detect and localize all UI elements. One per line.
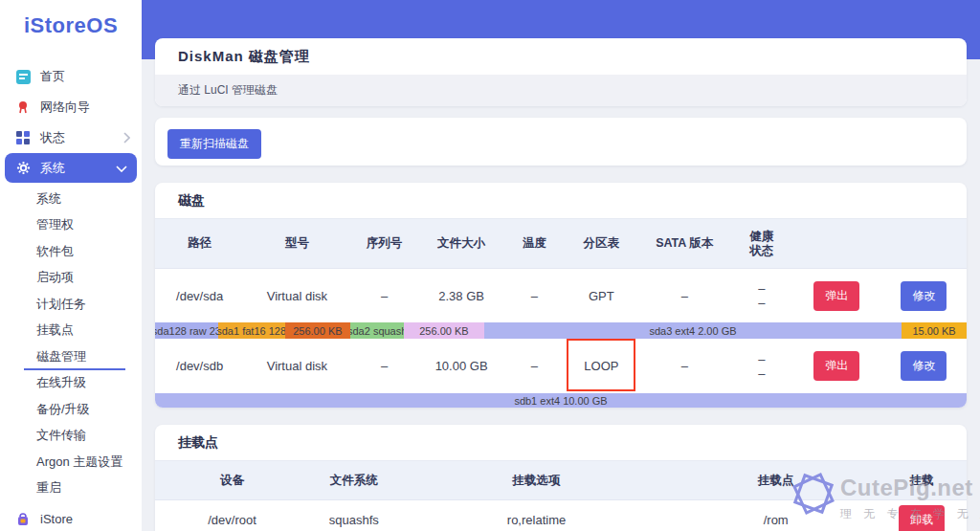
mount-options: ro,relatime — [398, 513, 674, 527]
col-partition-table: 分区表 — [565, 235, 637, 252]
col-model: 型号 — [244, 235, 349, 252]
partition-segment: sda1 fat16 128 — [218, 322, 285, 339]
sidebar-item-label: 系统 — [40, 160, 65, 177]
col-filesystem: 文件系统 — [309, 473, 398, 489]
page-header-card: DiskMan 磁盘管理 通过 LuCI 管理磁盘 — [155, 38, 967, 106]
chevron-right-icon — [122, 132, 130, 144]
submenu-item-mount-points[interactable]: 挂载点 — [0, 318, 142, 344]
disk-path: /dev/sdb — [155, 359, 244, 373]
col-health: 健康 状态 — [731, 230, 792, 258]
status-grid-icon — [15, 130, 31, 145]
col-temp: 温度 — [504, 235, 566, 252]
eject-button[interactable]: 弹出 — [813, 351, 859, 381]
submenu-item-scheduled-tasks[interactable]: 计划任务 — [0, 291, 142, 318]
disks-table-header: 路径 型号 序列号 文件大小 温度 分区表 SATA 版本 健康 状态 — [155, 218, 967, 269]
content: DiskMan 磁盘管理 通过 LuCI 管理磁盘 重新扫描磁盘 磁盘 路径 型… — [142, 38, 980, 531]
sidebar-item-status[interactable]: 状态 — [0, 122, 142, 153]
home-icon — [15, 69, 31, 84]
sidebar-item-label: 状态 — [40, 129, 65, 146]
submenu-item-admin[interactable]: 管理权 — [0, 212, 142, 239]
mount-point: /rom — [675, 513, 878, 527]
app-window: iStoreOS 首页 网络向导 状态 — [0, 0, 980, 531]
submenu-item-reboot[interactable]: 重启 — [0, 476, 142, 502]
disk-modify-cell: 修改 — [881, 351, 967, 381]
unmount-button[interactable]: 卸载 — [899, 505, 945, 531]
mounts-section-title: 挂载点 — [155, 425, 967, 460]
disk-sata: – — [638, 289, 732, 303]
mounts-table-header: 设备 文件系统 挂载选项 挂载点 挂载 — [155, 460, 967, 500]
modify-button[interactable]: 修改 — [901, 281, 947, 311]
disk-partition-table: LOOP — [565, 359, 637, 373]
partition-segment: 15.00 KB — [902, 322, 967, 339]
col-device: 设备 — [155, 473, 309, 489]
sidebar-item-system[interactable]: 系统 — [5, 153, 137, 183]
mount-action-cell: 卸载 — [878, 505, 967, 531]
submenu-item-startup[interactable]: 启动项 — [0, 265, 142, 292]
partition-segment: sda3 ext4 2.00 GB — [484, 322, 902, 339]
col-mount-action: 挂载 — [878, 473, 967, 489]
col-path: 路径 — [155, 235, 244, 252]
partition-segment: sda2 squash — [350, 322, 404, 339]
mount-device: /dev/root — [155, 513, 309, 527]
sidebar-item-istore[interactable]: iStore — [0, 503, 142, 531]
submenu-item-backup-upgrade[interactable]: 备份/升级 — [0, 396, 142, 423]
submenu-item-file-transfer[interactable]: 文件传输 — [0, 423, 142, 450]
submenu-item-online-upgrade[interactable]: 在线升级 — [0, 370, 142, 397]
rescan-card: 重新扫描磁盘 — [155, 118, 967, 166]
disk-health: – – — [731, 281, 792, 310]
page-subtitle: 通过 LuCI 管理磁盘 — [155, 75, 967, 106]
sidebar: iStoreOS 首页 网络向导 状态 — [0, 0, 142, 531]
system-submenu: 系统 管理权 软件包 启动项 计划任务 挂载点 磁盘管理 在线升级 备份/升级 … — [0, 186, 142, 501]
col-serial: 序列号 — [350, 235, 419, 252]
sdb-partition-bar: sdb1 ext4 10.00 GB — [155, 393, 967, 408]
disk-health: – – — [731, 352, 792, 381]
disks-card: 磁盘 路径 型号 序列号 文件大小 温度 分区表 SATA 版本 健康 状态 /… — [155, 183, 967, 408]
sda-partition-bar: sda128 raw 23 sda1 fat16 128 256.00 KB s… — [155, 322, 967, 339]
disk-row-sdb: /dev/sdb Virtual disk – 10.00 GB – LOOP … — [155, 339, 967, 393]
sidebar-item-label: 网络向导 — [40, 99, 90, 116]
sidebar-item-label: iStore — [40, 512, 73, 526]
mount-row-root: /dev/root squashfs ro,relatime /rom 卸载 — [155, 500, 967, 531]
sidebar-nav: 首页 网络向导 状态 — [0, 44, 142, 531]
mount-fs: squashfs — [309, 513, 398, 527]
disk-temp: – — [504, 289, 566, 303]
disk-partition-table: GPT — [565, 289, 637, 303]
disk-eject-cell: 弹出 — [792, 351, 881, 381]
disk-model: Virtual disk — [244, 359, 349, 373]
page-title: DiskMan 磁盘管理 — [155, 38, 967, 75]
col-mount-options: 挂载选项 — [398, 473, 674, 489]
modify-button[interactable]: 修改 — [901, 351, 947, 381]
col-size: 文件大小 — [419, 235, 504, 252]
istore-bag-icon — [15, 511, 31, 526]
partition-segment: sda128 raw 23 — [155, 322, 218, 339]
disk-size: 10.00 GB — [419, 359, 504, 373]
gear-icon — [15, 161, 31, 176]
submenu-item-system[interactable]: 系统 — [0, 186, 142, 212]
disk-serial: – — [350, 289, 419, 303]
disks-section-title: 磁盘 — [155, 183, 967, 218]
col-sata-version: SATA 版本 — [638, 235, 732, 252]
sidebar-item-label: 首页 — [40, 68, 65, 85]
chevron-down-icon — [118, 163, 125, 174]
col-mount-point: 挂载点 — [675, 473, 878, 489]
wizard-icon — [15, 100, 31, 115]
disk-model: Virtual disk — [244, 289, 349, 303]
mount-points-card: 挂载点 设备 文件系统 挂载选项 挂载点 挂载 /dev/root squash… — [155, 425, 967, 531]
submenu-item-software[interactable]: 软件包 — [0, 238, 142, 265]
partition-segment: 256.00 KB — [404, 322, 484, 339]
sidebar-item-home[interactable]: 首页 — [0, 61, 142, 92]
brand-logo: iStoreOS — [0, 0, 142, 44]
main-area: DiskMan 磁盘管理 通过 LuCI 管理磁盘 重新扫描磁盘 磁盘 路径 型… — [142, 0, 980, 531]
submenu-item-disk-management[interactable]: 磁盘管理 — [0, 343, 142, 370]
rescan-disks-button[interactable]: 重新扫描磁盘 — [167, 129, 261, 159]
disk-serial: – — [350, 359, 419, 373]
disk-path: /dev/sda — [155, 289, 244, 303]
partition-segment: sdb1 ext4 10.00 GB — [155, 393, 967, 408]
submenu-item-argon-theme[interactable]: Argon 主题设置 — [0, 449, 142, 476]
sidebar-item-network-wizard[interactable]: 网络向导 — [0, 92, 142, 122]
eject-button[interactable]: 弹出 — [813, 281, 859, 311]
disk-temp: – — [504, 359, 566, 373]
disk-size: 2.38 GB — [419, 289, 504, 303]
disk-modify-cell: 修改 — [881, 281, 967, 311]
partition-segment: 256.00 KB — [285, 322, 351, 339]
